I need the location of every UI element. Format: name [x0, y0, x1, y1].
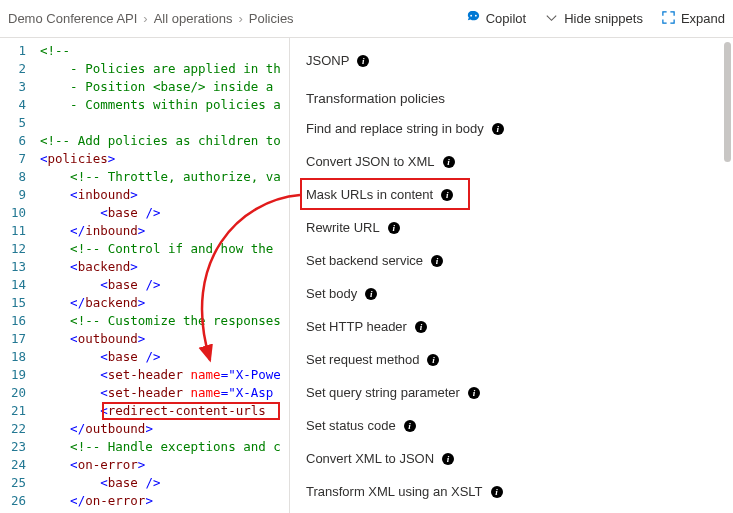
policy-label: Set body: [306, 286, 357, 301]
policy-item[interactable]: Mask URLs in contenti: [306, 178, 717, 211]
policy-item[interactable]: Find and replace string in bodyi: [306, 112, 717, 145]
policy-item[interactable]: Convert XML to JSONi: [306, 442, 717, 475]
panel-heading-transformation: Transformation policies: [306, 77, 717, 112]
policy-label: Set HTTP header: [306, 319, 407, 334]
info-icon[interactable]: i: [427, 354, 439, 366]
copilot-button[interactable]: Copilot: [466, 10, 526, 28]
copilot-label: Copilot: [486, 11, 526, 26]
code-body[interactable]: <!-- - Policies are applied in th - Posi…: [36, 38, 281, 513]
chevron-down-icon: [544, 10, 559, 28]
policy-label: Set backend service: [306, 253, 423, 268]
policy-item[interactable]: Transform XML using an XSLTi: [306, 475, 717, 508]
info-icon[interactable]: i: [431, 255, 443, 267]
policy-label: Convert JSON to XML: [306, 154, 435, 169]
hide-snippets-button[interactable]: Hide snippets: [544, 10, 643, 28]
svg-point-0: [470, 14, 472, 16]
info-icon[interactable]: i: [365, 288, 377, 300]
policy-label: JSONP: [306, 53, 349, 68]
policy-item[interactable]: Convert JSON to XMLi: [306, 145, 717, 178]
info-icon[interactable]: i: [441, 189, 453, 201]
copilot-icon: [466, 10, 481, 28]
hide-snippets-label: Hide snippets: [564, 11, 643, 26]
policy-label: Set query string parameter: [306, 385, 460, 400]
policy-item[interactable]: Set bodyi: [306, 277, 717, 310]
svg-point-1: [475, 14, 477, 16]
policy-item[interactable]: Rewrite URLi: [306, 211, 717, 244]
breadcrumb: Demo Conference API › All operations › P…: [8, 11, 466, 26]
chevron-right-icon: ›: [143, 11, 147, 26]
policy-label: Find and replace string in body: [306, 121, 484, 136]
policy-label: Transform XML using an XSLT: [306, 484, 483, 499]
expand-button[interactable]: Expand: [661, 10, 725, 28]
policy-label: Set status code: [306, 418, 396, 433]
info-icon[interactable]: i: [404, 420, 416, 432]
info-icon[interactable]: i: [468, 387, 480, 399]
crumb-api[interactable]: Demo Conference API: [8, 11, 137, 26]
expand-label: Expand: [681, 11, 725, 26]
info-icon[interactable]: i: [443, 156, 455, 168]
info-icon[interactable]: i: [491, 486, 503, 498]
policy-label: Set request method: [306, 352, 419, 367]
info-icon[interactable]: i: [357, 55, 369, 67]
scrollbar[interactable]: [724, 42, 731, 162]
policy-item[interactable]: Set HTTP headeri: [306, 310, 717, 343]
info-icon[interactable]: i: [415, 321, 427, 333]
crumb-operations[interactable]: All operations: [154, 11, 233, 26]
policy-item[interactable]: Set query string parameteri: [306, 376, 717, 409]
policy-item[interactable]: Set request methodi: [306, 343, 717, 376]
info-icon[interactable]: i: [388, 222, 400, 234]
policy-item[interactable]: Set backend servicei: [306, 244, 717, 277]
chevron-right-icon: ›: [238, 11, 242, 26]
policy-item[interactable]: Set status codei: [306, 409, 717, 442]
policy-label: Convert XML to JSON: [306, 451, 434, 466]
policy-item-jsonp[interactable]: JSONP i: [306, 44, 717, 77]
info-icon[interactable]: i: [442, 453, 454, 465]
policies-panel: JSONP i Transformation policies Find and…: [290, 38, 733, 513]
policy-label: Mask URLs in content: [306, 187, 433, 202]
info-icon[interactable]: i: [492, 123, 504, 135]
expand-icon: [661, 10, 676, 28]
code-editor[interactable]: 1234567891011121314151617181920212223242…: [0, 38, 290, 513]
line-gutter: 1234567891011121314151617181920212223242…: [0, 38, 36, 513]
policy-label: Rewrite URL: [306, 220, 380, 235]
crumb-policies[interactable]: Policies: [249, 11, 294, 26]
